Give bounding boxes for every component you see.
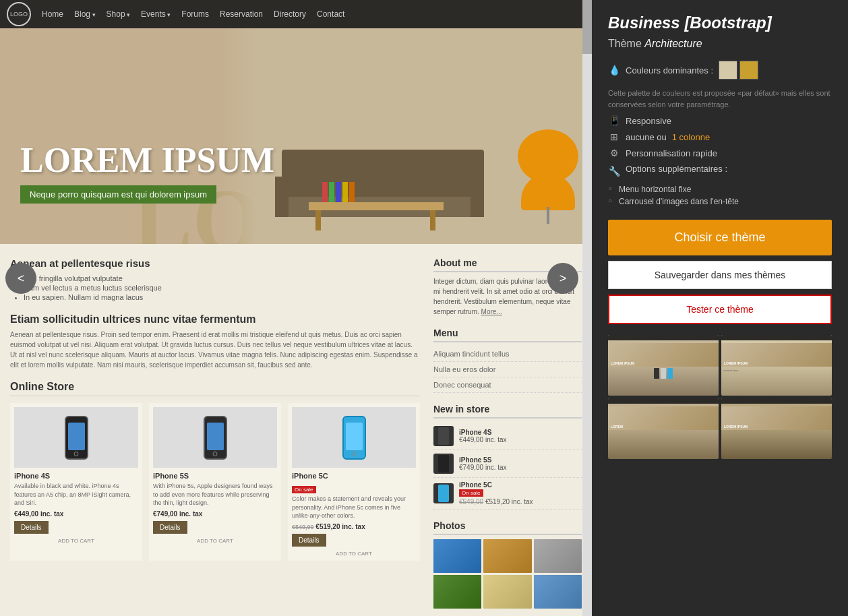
store-item-3: iPhone 5C On sale €549,00 €519,20 inc. t… xyxy=(433,478,582,510)
store-item-2: iPhone 5S €749,00 inc. tax xyxy=(433,450,582,478)
nav-reservation[interactable]: Reservation xyxy=(220,9,263,19)
photo-thumb-1[interactable] xyxy=(433,539,481,573)
colors-label: Couleurs dominantes : xyxy=(626,65,713,75)
personnalisation-row: ⚙ Personnalisation rapide xyxy=(608,148,832,158)
theme-thumb-4[interactable]: Lorem ipsum xyxy=(721,398,832,459)
swatch-gold[interactable] xyxy=(739,61,758,80)
iphone5s-screen xyxy=(207,423,224,450)
menu-item-3[interactable]: Donec consequat xyxy=(433,377,582,393)
nav-shop[interactable]: Shop xyxy=(107,9,131,19)
product-card-iphone4s: iPhone 4S Available in black and white. … xyxy=(10,403,142,561)
product-card-iphone5s: iPhone 5S With iPhone 5s, Apple designer… xyxy=(149,403,281,561)
menu-item-1[interactable]: Aliquam tincidunt tellus xyxy=(433,346,582,362)
sidebar-menu-section: Menu Aliquam tincidunt tellus Nulla eu e… xyxy=(433,328,582,393)
theme-thumbnails: LOREM IPSUM LOREM IPSUM content area LOR… xyxy=(608,335,832,459)
theme-thumb-1[interactable]: LOREM IPSUM xyxy=(608,335,719,396)
photos-section: Photos xyxy=(433,520,582,609)
blog-text: Aenean at pellentesque risus. Proin sed … xyxy=(10,330,420,370)
carousel-prev-arrow[interactable]: < xyxy=(5,263,36,294)
store-on-sale-3: On sale xyxy=(459,489,483,497)
store-item-name-3[interactable]: iPhone 5C xyxy=(459,481,533,489)
store-item-name-2[interactable]: iPhone 5S xyxy=(459,456,507,464)
add-to-cart-3[interactable]: ADD TO CART xyxy=(292,551,416,557)
choose-theme-button[interactable]: Choisir ce thème xyxy=(608,220,832,255)
photo-thumb-3[interactable] xyxy=(534,539,582,573)
iphone4s-home xyxy=(74,452,79,456)
on-sale-badge-3: On sale xyxy=(292,486,316,493)
product-image-iphone4s xyxy=(14,407,138,468)
colors-info-text: Cette palette de couleurs est proposée «… xyxy=(608,88,832,110)
nav-directory[interactable]: Directory xyxy=(274,9,306,19)
store-item-info-3: iPhone 5C On sale €549,00 €519,20 inc. t… xyxy=(459,481,533,505)
blog-section: Etiam sollicitudin ultrices nunc vitae f… xyxy=(10,313,420,370)
add-to-cart-1[interactable]: ADD TO CART xyxy=(14,538,138,544)
logo: LOGO xyxy=(7,2,31,26)
product-image-iphone5s xyxy=(153,407,277,468)
carousel-next-arrow[interactable]: > xyxy=(547,263,578,294)
store-item-img-2 xyxy=(433,454,454,474)
chair xyxy=(518,136,578,224)
photo-thumb-6[interactable] xyxy=(534,575,582,609)
nav-home[interactable]: Home xyxy=(42,9,63,19)
theme-thumb-3[interactable]: LOREM xyxy=(608,398,719,459)
nav-forums[interactable]: Forums xyxy=(181,9,209,19)
content-left: Aenean at pellentesque risus Sed fringil… xyxy=(10,257,420,609)
theme-label-text: Thème xyxy=(608,38,642,49)
store-heading: Online Store xyxy=(10,381,420,396)
thumb-phone-1c xyxy=(667,368,673,379)
store-item-img-1 xyxy=(433,426,454,446)
newsletter-item-1: Sed fringilla volutpat vulputate xyxy=(24,274,162,282)
test-theme-button[interactable]: Tester ce thème xyxy=(608,295,832,324)
gear-icon: ⚙ xyxy=(608,148,620,158)
swatch-beige[interactable] xyxy=(719,61,737,80)
add-to-cart-2[interactable]: ADD TO CART xyxy=(153,538,277,544)
sofa-arm-left xyxy=(275,177,289,217)
menu-item-2[interactable]: Nulla eu eros dolor xyxy=(433,362,582,377)
product-image-iphone5c xyxy=(292,407,416,468)
theme-title: Business [Bootstrap] xyxy=(608,13,832,32)
product-desc-2: With iPhone 5s, Apple designers found wa… xyxy=(153,482,277,507)
iphone4s-image xyxy=(65,416,88,460)
thumb-content-2: content area xyxy=(721,367,832,374)
iphone5c-image xyxy=(342,416,366,460)
store-item-info-1: iPhone 4S €449,00 inc. tax xyxy=(459,429,507,443)
photo-thumb-5[interactable] xyxy=(483,575,531,609)
main-content: Aenean at pellentesque risus Sed fringil… xyxy=(0,244,592,616)
product-desc-3: Color makes a statement and reveals your… xyxy=(292,495,416,520)
photo-thumb-2[interactable] xyxy=(483,539,531,573)
table-leg-right xyxy=(430,210,435,230)
details-button-3[interactable]: Details xyxy=(292,534,326,547)
details-button-1[interactable]: Details xyxy=(14,521,49,534)
thumb-hero-1: LOREM IPSUM xyxy=(608,343,719,367)
theme-thumb-2[interactable]: LOREM IPSUM content area xyxy=(721,335,832,396)
newsletter-item-2: Nam vel lectus a metus luctus scelerisqu… xyxy=(24,284,162,292)
products-grid: iPhone 4S Available in black and white. … xyxy=(10,403,420,561)
colonnes-link[interactable]: 1 colonne xyxy=(672,132,710,142)
store-item-name-1[interactable]: iPhone 4S xyxy=(459,429,507,436)
product-desc-1: Available in black and white. iPhone 4s … xyxy=(14,482,138,507)
nav-events[interactable]: Events xyxy=(141,9,171,19)
nav-blog[interactable]: Blog xyxy=(74,9,96,19)
scrollbar-thumb[interactable] xyxy=(582,0,592,54)
details-button-2[interactable]: Details xyxy=(153,521,187,534)
store-section: Online Store iPhone 4S Available in blac… xyxy=(10,381,420,561)
about-more-link[interactable]: More... xyxy=(481,308,502,315)
drop-icon: 💧 xyxy=(608,65,620,75)
iphone5c-screen xyxy=(346,423,363,450)
thumb-nav-1 xyxy=(608,335,719,340)
product-name-1: iPhone 4S xyxy=(14,472,138,480)
hero-content: Lorem ipsum Neque porro quisquam est qui… xyxy=(20,140,274,204)
thumb-phone-1a xyxy=(654,368,659,379)
info-panel: Business [Bootstrap] Thème Architecture … xyxy=(592,0,848,616)
scrollbar[interactable] xyxy=(582,0,592,616)
save-theme-button[interactable]: Sauvegarder dans mes thèmes xyxy=(608,261,832,289)
color-swatches xyxy=(719,61,758,80)
theme-name-value: Architecture xyxy=(644,38,702,49)
nav-contact[interactable]: Contact xyxy=(317,9,344,19)
photo-thumb-4[interactable] xyxy=(433,575,481,609)
sofa-arm-right xyxy=(471,177,484,217)
sidebar-menu-heading: Menu xyxy=(433,328,582,342)
hero-subtitle: Neque porro quisquam est qui dolorem ips… xyxy=(20,185,216,204)
table-leg-left xyxy=(315,210,321,230)
chair-seat xyxy=(521,173,575,210)
